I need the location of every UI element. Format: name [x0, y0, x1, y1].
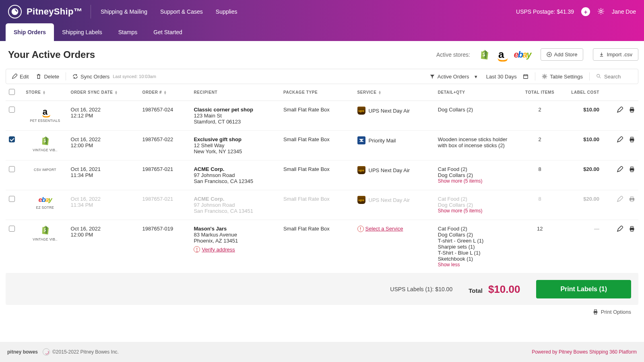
select-all-checkbox[interactable]	[9, 89, 15, 95]
print-row-icon[interactable]	[629, 107, 635, 113]
delete-button[interactable]: Delete	[36, 74, 59, 80]
show-more-link[interactable]: Show more (5 items)	[438, 178, 514, 184]
recipient-addr2: San Francisco, CA 13451	[194, 208, 277, 214]
page-title: Your Active Orders	[6, 49, 95, 60]
search-input-wrap[interactable]	[596, 74, 632, 80]
edit-row-icon[interactable]	[617, 166, 623, 173]
col-store[interactable]: STORE▲▼	[23, 84, 67, 101]
print-row-icon[interactable]	[629, 226, 635, 232]
ups-icon: ups	[357, 107, 365, 115]
table-row[interactable]: ebayEZ SOTREOct 16, 202211:34 PM1987657-…	[6, 190, 638, 220]
label-cost: $10.00	[562, 131, 603, 160]
table-settings-button[interactable]: Table Settings	[542, 74, 583, 80]
add-postage-button[interactable]: +	[581, 7, 590, 16]
ups-icon: ups	[357, 166, 365, 174]
col-service[interactable]: SERVICE▲▼	[354, 84, 435, 101]
store-name: VINTAGE VIB..	[26, 148, 64, 152]
tab-stamps[interactable]: Stamps	[110, 23, 145, 41]
sync-date: Oct 16, 2022	[71, 196, 136, 202]
postage-balance: USPS Postage: $41.39	[516, 8, 574, 15]
ups-icon: ups	[357, 196, 365, 204]
recipient-addr2: Phoenix, AZ 13451	[194, 238, 277, 244]
edit-row-icon[interactable]	[617, 107, 623, 113]
shopify-store-icon[interactable]	[480, 50, 489, 60]
detail-line: Cat Food (2)	[438, 196, 514, 202]
daterange-picker[interactable]: Last 30 Days	[486, 74, 529, 80]
nav-shipping[interactable]: Shipping & Mailing	[101, 8, 147, 15]
ebay-store-icon[interactable]: ebay	[514, 49, 530, 60]
label-cost: $20.00	[562, 190, 603, 220]
select-service-link[interactable]: Select a Service	[365, 226, 403, 232]
edit-button[interactable]: Edit	[12, 74, 29, 80]
nav-support[interactable]: Support & Cases	[160, 8, 203, 15]
amazon-store-icon[interactable]: a	[498, 48, 504, 61]
total-amount: $10.00	[488, 283, 520, 296]
total-items: 8	[518, 190, 562, 220]
table-row[interactable]: VINTAGE VIB..Oct 16, 202212:00 PM1987657…	[6, 220, 638, 274]
total-label: Total	[469, 287, 483, 294]
print-row-icon[interactable]	[629, 136, 635, 143]
detail-line: Dog Collars (2)	[438, 107, 514, 113]
add-store-button[interactable]: Add Store	[541, 48, 584, 61]
show-more-link[interactable]: Show more (5 items)	[438, 208, 514, 214]
detail-line: Wooden incense sticks holder with box of…	[438, 136, 514, 148]
edit-row-icon[interactable]	[617, 136, 623, 143]
recipient-addr1: 12 Shell Way	[194, 142, 277, 148]
row-checkbox[interactable]	[9, 226, 15, 232]
settings-icon[interactable]	[597, 8, 605, 16]
package-type: Small Flat Rate Box	[280, 131, 354, 160]
recipient-addr1: 83 Markus Avenue	[194, 232, 277, 238]
tab-get-started[interactable]: Get Started	[145, 23, 190, 41]
sync-date: Oct 16, 2022	[71, 226, 136, 232]
import-csv-button[interactable]: Import .csv	[593, 48, 638, 61]
print-labels-button[interactable]: Print Labels (1)	[536, 280, 631, 298]
show-less-link[interactable]: Show less	[438, 262, 514, 267]
brand-logo[interactable]: PitneyShip™	[8, 5, 91, 19]
user-name[interactable]: Jane Doe	[612, 8, 636, 15]
tab-ship-orders[interactable]: Ship Orders	[6, 23, 54, 41]
sync-orders-button[interactable]: Sync Orders	[72, 74, 109, 80]
sync-date: Oct 16, 2021	[71, 166, 136, 172]
row-checkbox[interactable]	[9, 166, 15, 172]
logo-icon	[8, 5, 22, 19]
col-total-items: TOTAL ITEMS	[518, 84, 562, 101]
row-checkbox[interactable]	[9, 107, 15, 113]
col-sync-date[interactable]: ORDER SYNC DATE▲▼	[68, 84, 139, 101]
verify-address-link[interactable]: !Verify address	[194, 246, 235, 253]
label-cost: $20.00	[562, 160, 603, 190]
recipient-addr1: 97 Johnson Road	[194, 202, 277, 208]
label-cost: —	[562, 220, 603, 274]
amazon-icon: a	[43, 107, 47, 117]
detail-line: Sharpie sets (1)	[438, 244, 514, 250]
detail-line: T-shirt - Green L (1)	[438, 238, 514, 244]
edit-row-icon[interactable]	[617, 226, 623, 232]
detail-line: Dog Collars (2)	[438, 232, 514, 238]
ebay-icon: ebay	[38, 196, 52, 204]
table-row[interactable]: CSV IMPORTOct 16, 202111:34 PM1987657-02…	[6, 160, 638, 190]
edit-row-icon[interactable]	[617, 196, 623, 202]
tab-shipping-labels[interactable]: Shipping Labels	[54, 23, 110, 41]
detail-line: Sketchbook (1)	[438, 256, 514, 262]
filter-dropdown[interactable]: Active Orders ▾	[429, 74, 477, 80]
print-row-icon[interactable]	[629, 196, 635, 202]
sync-time: 11:34 PM	[71, 202, 136, 208]
recipient-name: ACME Corp.	[194, 196, 277, 202]
last-synced-label: Last synced: 10:03am	[113, 74, 156, 79]
table-row[interactable]: VINTAGE VIB..Oct 16, 202212:00 PM1987657…	[6, 131, 638, 160]
detail-line: Cat Food (2)	[438, 166, 514, 172]
table-row[interactable]: aPET ESSENTIALSOct 16, 202212:12 PM19876…	[6, 101, 638, 131]
recipient-name: Mason's Jars	[194, 226, 277, 232]
package-type: Small Flat Rate Box	[280, 101, 354, 131]
print-row-icon[interactable]	[629, 166, 635, 173]
active-stores-label: Active stores:	[436, 51, 470, 58]
search-input[interactable]	[604, 74, 632, 80]
row-checkbox[interactable]	[9, 196, 15, 202]
col-recipient: RECIPIENT	[190, 84, 280, 101]
recipient-addr1: 97 Johnson Road	[194, 172, 277, 178]
row-checkbox[interactable]	[9, 136, 15, 142]
nav-supplies[interactable]: Supplies	[216, 8, 237, 15]
col-order-num[interactable]: ORDER #▲▼	[139, 84, 191, 101]
shopify-icon	[41, 136, 49, 145]
detail-line: Cat Food (2)	[438, 226, 514, 232]
print-options-link[interactable]: Print Options	[6, 305, 638, 319]
